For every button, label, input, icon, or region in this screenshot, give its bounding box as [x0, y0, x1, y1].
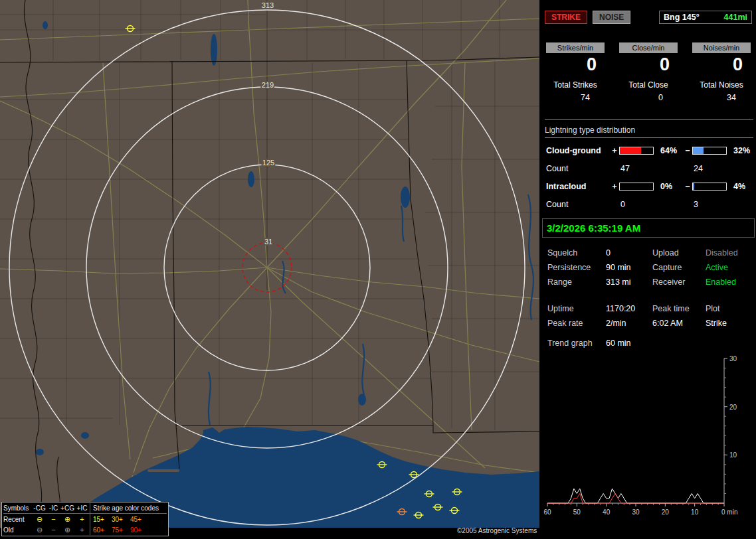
minus-sign: − [683, 146, 692, 155]
range-value: 313 mi [606, 277, 652, 287]
bearing-label: Bng 145° [664, 13, 700, 22]
cg-negative-bar [692, 147, 727, 155]
legend-recent-label: Recent [3, 516, 33, 523]
receiver-status: Enabled [706, 277, 753, 287]
capture-label: Capture [652, 263, 706, 272]
age-code-30: 30+ [112, 516, 123, 523]
upload-label: Upload [652, 248, 706, 258]
pos-cg-recent-icon: ⊕ [60, 516, 74, 523]
ic-negative-bar [692, 183, 727, 191]
persistence-value: 90 min [606, 263, 652, 272]
plus-sign: + [610, 182, 619, 191]
pos-ic-recent-icon: + [74, 516, 90, 523]
lightning-monitor-app: 313 219 125 31 Symbols -CG -IC +CG +IC S… [0, 0, 756, 539]
svg-text:60: 60 [543, 508, 551, 516]
age-code-15: 15+ [93, 516, 104, 523]
pos-cg-old-icon: ⊕ [60, 526, 74, 534]
intracloud-label: Intracloud [546, 182, 610, 191]
legend-col-neg-ic: -IC [47, 504, 60, 512]
neg-cg-recent-icon: ⊖ [33, 516, 47, 523]
ring-label-313: 313 [262, 1, 274, 9]
legend-age-header: Strike age color codes [90, 503, 167, 513]
ring-label-219: 219 [262, 81, 274, 89]
noises-per-min-label: Noises/min [692, 42, 751, 53]
legend-symbols-header: Symbols [3, 504, 33, 512]
total-strikes-label: Total Strikes [546, 80, 605, 90]
totals-row: Total Strikes 74 Total Close 0 Total Noi… [546, 80, 751, 102]
count-label: Count [546, 200, 610, 209]
strike-button[interactable]: STRIKE [545, 11, 587, 24]
ic-positive-count: 0 [619, 200, 656, 209]
datetime: 3/2/2026 6:35:19 AM [542, 218, 755, 238]
ic-negative-pct: 4% [729, 182, 753, 191]
age-code-90: 90+ [130, 526, 142, 534]
legend-col-pos-ic: +IC [74, 504, 90, 512]
pos-ic-old-icon: + [74, 526, 90, 534]
close-per-min-value: 0 [619, 54, 678, 75]
cg-negative-pct: 32% [729, 146, 753, 155]
ic-positive-bar [619, 183, 654, 191]
distribution-grid: Cloud-ground + 64% − 32% Count 47 24 Int… [546, 146, 753, 209]
ring-label-31: 31 [264, 238, 272, 246]
capture-status: Active [706, 263, 753, 272]
ic-positive-pct: 0% [656, 182, 683, 191]
plot-label: Plot [706, 304, 753, 313]
bearing-panel: Bng 145° 441mi [659, 11, 752, 24]
noises-per-min-value: 0 [692, 54, 751, 75]
trend-graph-window: 60 min [606, 339, 753, 348]
trend-graph-label: Trend graph [547, 339, 606, 348]
distribution-header: Lightning type distribution [545, 125, 753, 135]
map-panel: 313 219 125 31 Symbols -CG -IC +CG +IC S… [0, 0, 539, 539]
ring-label-125: 125 [262, 159, 274, 167]
age-code-75: 75+ [112, 526, 123, 534]
svg-text:30: 30 [729, 355, 737, 362]
peak-rate-label: Peak rate [547, 319, 606, 328]
trend-row: Trend graph 60 min [547, 339, 753, 348]
svg-text:0 min: 0 min [721, 508, 737, 516]
count-label: Count [546, 164, 610, 173]
copyright-text: ©2005 Astrogenic Systems [457, 527, 537, 534]
stats-grid: Uptime 1170:20 Peak time Plot Peak rate … [547, 304, 753, 328]
svg-text:30: 30 [632, 508, 640, 516]
noise-button[interactable]: NOISE [593, 11, 630, 24]
minus-sign: − [683, 182, 692, 191]
svg-text:10: 10 [729, 451, 737, 459]
squelch-value: 0 [606, 248, 652, 258]
rates-row: Strikes/min 0 Close/min 0 Noises/min 0 [546, 42, 751, 75]
peak-time-value: 6:02 AM [652, 319, 706, 328]
cloud-ground-label: Cloud-ground [546, 146, 610, 155]
plus-sign: + [610, 146, 619, 155]
cg-positive-count: 47 [619, 164, 656, 173]
svg-text:10: 10 [691, 508, 699, 516]
persistence-label: Persistence [547, 263, 606, 272]
total-strikes-value: 74 [546, 93, 605, 102]
svg-text:20: 20 [662, 508, 670, 516]
close-per-min-label: Close/min [619, 42, 678, 53]
total-noises-value: 34 [692, 93, 751, 102]
trend-graph: 1020306050403020100 min [543, 352, 751, 524]
neg-ic-recent-icon: − [47, 516, 60, 523]
range-label: Range [547, 277, 606, 287]
ic-negative-count: 3 [692, 200, 729, 209]
neg-ic-old-icon: − [47, 526, 60, 534]
cg-negative-count: 24 [692, 164, 729, 173]
age-code-60: 60+ [93, 526, 104, 534]
peak-time-label: Peak time [652, 304, 706, 313]
neg-cg-old-icon: ⊖ [33, 526, 47, 534]
peak-rate-value: 2/min [606, 319, 652, 328]
total-close-label: Total Close [619, 80, 678, 90]
separator [545, 119, 753, 120]
age-code-45: 45+ [130, 516, 142, 523]
cg-positive-pct: 64% [656, 146, 683, 155]
bearing-distance: 441mi [724, 13, 747, 22]
strikes-per-min-label: Strikes/min [546, 42, 605, 53]
total-noises-label: Total Noises [692, 80, 751, 90]
sidebar: STRIKE NOISE Bng 145° 441mi Strikes/min … [542, 0, 756, 539]
cg-positive-bar [619, 147, 654, 155]
legend-col-pos-cg: +CG [60, 504, 74, 512]
total-close-value: 0 [619, 93, 678, 102]
upload-status: Disabled [706, 248, 753, 258]
svg-text:40: 40 [603, 508, 611, 516]
svg-text:50: 50 [573, 508, 581, 516]
radar-map[interactable]: 313 219 125 31 [0, 0, 539, 528]
